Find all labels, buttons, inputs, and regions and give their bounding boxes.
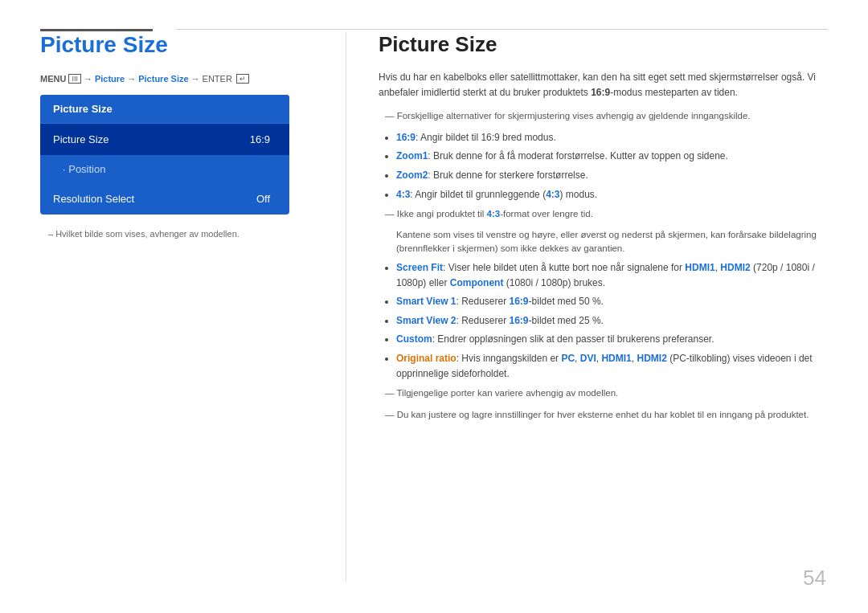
panel-divider [346, 32, 346, 581]
menu-item-label-resolution: Resolution Select [53, 193, 134, 205]
bullet-zoom2: Zoom2: Bruk denne for sterkere forstørre… [396, 168, 828, 183]
menu-note: – Hvilket bilde som vises, avhenger av m… [40, 229, 313, 239]
menu-item-label-picture-size: Picture Size [53, 133, 108, 145]
path-enter: ENTER [203, 74, 232, 84]
bullet-list-2: Screen Fit: Viser hele bildet uten å kut… [379, 260, 828, 381]
right-content: Hvis du har en kabelboks eller satellitt… [379, 70, 828, 422]
page-number: 54 [803, 566, 826, 591]
bullet-custom: Custom: Endrer oppløsningen slik at den … [396, 332, 828, 347]
bullet-smartview2: Smart View 2: Reduserer 16:9-bildet med … [396, 313, 828, 329]
top-line-left [40, 29, 153, 31]
menu-icon: III [68, 74, 81, 84]
note3: Du kan justere og lagre innstillinger fo… [379, 407, 828, 422]
enter-icon: ↵ [236, 74, 249, 84]
menu-box: Picture Size Picture Size 16:9 · Positio… [40, 95, 289, 215]
note1: Forskjellige alternativer for skjermjust… [379, 108, 828, 123]
bullet-screenfit: Screen Fit: Viser hele bildet uten å kut… [396, 260, 828, 290]
left-panel: Picture Size MENU III → Picture → Pictur… [40, 32, 346, 581]
menu-item-label-position: · Position [63, 163, 105, 175]
menu-note-text: – Hvilket bilde som vises, avhenger av m… [48, 229, 240, 239]
sub-note2: Kantene som vises til venstre og høyre, … [396, 228, 828, 256]
path-picture: Picture [95, 74, 125, 84]
path-picture-size: Picture Size [138, 74, 188, 84]
note2: Tilgjengelige porter kan variere avhengi… [379, 386, 828, 400]
arrow3: → [191, 74, 200, 84]
sub-note1: Ikke angi produktet til 4:3-format over … [379, 206, 828, 221]
arrow1: → [84, 74, 92, 84]
arrow2: → [127, 74, 136, 84]
right-title: Picture Size [379, 32, 828, 57]
right-panel: Picture Size Hvis du har en kabelboks el… [354, 32, 828, 581]
top-line-right [177, 29, 828, 30]
bullet-zoom1: Zoom1: Bruk denne for å få moderat forst… [396, 149, 828, 164]
menu-item-value-resolution: Off [250, 191, 276, 206]
bullet-4-3: 4:3: Angir bildet til grunnleggende (4:3… [396, 187, 828, 202]
left-title: Picture Size [40, 32, 313, 58]
menu-item-position[interactable]: · Position [40, 155, 289, 183]
menu-word: MENU [40, 74, 66, 84]
menu-item-picture-size[interactable]: Picture Size 16:9 [40, 124, 289, 155]
menu-path: MENU III → Picture → Picture Size → ENTE… [40, 74, 313, 84]
intro-text: Hvis du har en kabelboks eller satellitt… [379, 70, 828, 100]
bullet-original-ratio: Original ratio: Hvis inngangskilden er P… [396, 351, 828, 381]
menu-box-header: Picture Size [40, 95, 289, 124]
bullet-smartview1: Smart View 1: Reduserer 16:9-bildet med … [396, 294, 828, 309]
bullet-16-9: 16:9: Angir bildet til 16:9 bred modus. [396, 130, 828, 145]
bullet-list-1: 16:9: Angir bildet til 16:9 bred modus. … [379, 130, 828, 202]
menu-item-resolution-select[interactable]: Resolution Select Off [40, 183, 289, 215]
menu-item-value-picture-size: 16:9 [244, 132, 276, 147]
